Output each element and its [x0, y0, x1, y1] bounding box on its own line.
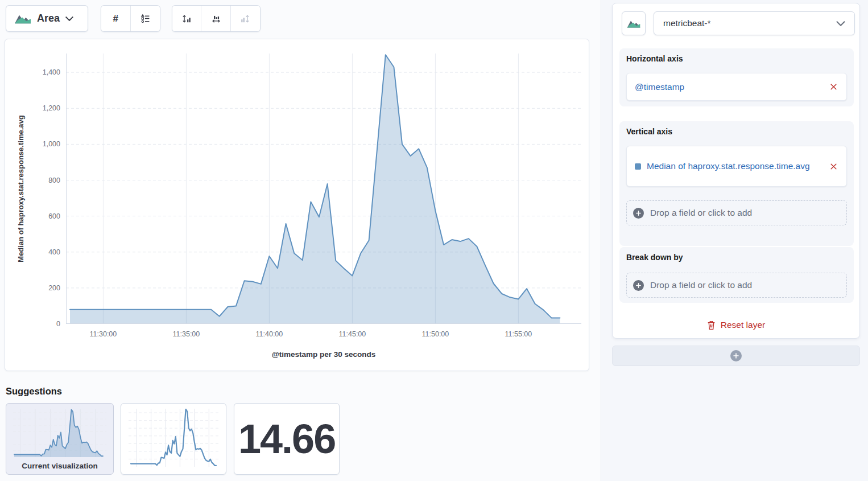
chart-type-label: Area	[37, 13, 60, 24]
trash-icon	[707, 320, 716, 330]
horizontal-axis-section: Horizontal axis @timestamp	[619, 48, 854, 106]
remove-dimension-button[interactable]	[829, 82, 838, 92]
plus-icon	[730, 350, 742, 361]
x-axis-title: @timestamp per 30 seconds	[66, 350, 581, 359]
layer-panel: metricbeat-* Horizontal axis @timestamp …	[612, 3, 860, 339]
x-tick-label: 11:35:00	[173, 330, 200, 338]
legend-icon	[140, 14, 150, 23]
reset-layer-button[interactable]: Reset layer	[613, 316, 859, 334]
area-chart-plot	[66, 54, 581, 324]
series-color-swatch	[635, 163, 641, 170]
y-axis-ticks: 02004006008001,0001,2001,400	[5, 54, 60, 324]
left-axis-button[interactable]	[172, 6, 201, 31]
drop-zone-label: Drop a field or click to add	[650, 280, 752, 290]
area-chart-icon	[14, 13, 31, 24]
horizontal-axis-dimension[interactable]: @timestamp	[626, 73, 847, 101]
metric-value: 14.66	[234, 416, 335, 462]
kibana-lens-editor: { "icons": { "chart_type": "area-chart-i…	[0, 0, 868, 481]
value-labels-button[interactable]: #	[101, 6, 131, 31]
x-tick-label: 11:55:00	[505, 330, 532, 338]
suggestion-caption: Current visualization	[6, 462, 113, 470]
y-tick-label: 1,000	[5, 140, 60, 148]
toolbar-group-axes	[172, 5, 261, 32]
index-pattern-select[interactable]: metricbeat-*	[654, 11, 855, 35]
y-tick-label: 600	[5, 212, 60, 220]
layer-chart-type-button[interactable]	[622, 11, 646, 35]
chevron-down-icon	[836, 21, 845, 26]
break-down-section: Break down by Drop a field or click to a…	[619, 247, 854, 303]
x-tick-label: 11:30:00	[90, 330, 117, 338]
break-down-drop-zone[interactable]: Drop a field or click to add	[626, 273, 847, 298]
chevron-down-icon	[65, 17, 73, 21]
vertical-axis-section: Vertical axis Median of haproxy.stat.res…	[619, 121, 854, 246]
suggestion-line-chart[interactable]	[121, 403, 226, 475]
bottom-axis-icon	[211, 14, 221, 24]
vertical-axis-dimension[interactable]: Median of haproxy.stat.response.time.avg	[626, 146, 847, 187]
y-tick-label: 0	[5, 320, 60, 328]
plus-icon	[633, 280, 644, 291]
config-sidebar: metricbeat-* Horizontal axis @timestamp …	[601, 0, 868, 481]
dimension-field-label: @timestamp	[635, 80, 684, 94]
chart-panel: Median of haproxy.stat.response.time.avg…	[5, 39, 589, 371]
left-axis-icon	[181, 14, 192, 24]
x-tick-label: 11:50:00	[422, 330, 449, 338]
dimension-field-label: Median of haproxy.stat.response.time.avg	[647, 159, 811, 174]
index-pattern-value: metricbeat-*	[663, 18, 711, 28]
hash-icon: #	[113, 13, 118, 24]
suggestion-metric[interactable]: 14.66	[234, 403, 340, 475]
right-axis-icon	[240, 14, 250, 24]
vertical-axis-drop-zone[interactable]: Drop a field or click to add	[626, 200, 847, 225]
horizontal-axis-heading: Horizontal axis	[626, 54, 847, 63]
y-tick-label: 800	[5, 176, 60, 184]
chart-type-button[interactable]: Area	[6, 5, 88, 32]
cross-icon	[830, 83, 837, 91]
y-tick-label: 200	[5, 284, 60, 292]
y-tick-label: 400	[5, 248, 60, 256]
y-tick-label: 1,200	[5, 104, 60, 112]
plus-icon	[633, 208, 644, 219]
x-axis-ticks: 11:30:0011:35:0011:40:0011:45:0011:50:00…	[66, 330, 581, 339]
x-tick-label: 11:45:00	[339, 330, 366, 338]
drop-zone-label: Drop a field or click to add	[650, 208, 752, 218]
break-down-heading: Break down by	[626, 253, 847, 262]
legend-button[interactable]	[131, 6, 160, 31]
suggestion-area-thumbnail	[13, 409, 106, 457]
remove-dimension-button[interactable]	[829, 162, 838, 171]
add-layer-button[interactable]	[612, 346, 860, 366]
right-axis-button-disabled	[231, 6, 260, 31]
x-tick-label: 11:40:00	[256, 330, 283, 338]
reset-layer-label: Reset layer	[721, 320, 765, 330]
bottom-axis-button[interactable]	[201, 6, 230, 31]
suggestion-line-thumbnail	[129, 409, 220, 467]
vertical-axis-heading: Vertical axis	[626, 127, 847, 136]
suggestion-current-visualization[interactable]: Current visualization	[6, 403, 114, 475]
toolbar-group-labels: #	[101, 5, 160, 32]
suggestions-heading: Suggestions	[6, 386, 62, 397]
y-tick-label: 1,400	[5, 68, 60, 76]
cross-icon	[830, 163, 837, 170]
area-chart-icon	[627, 19, 640, 28]
